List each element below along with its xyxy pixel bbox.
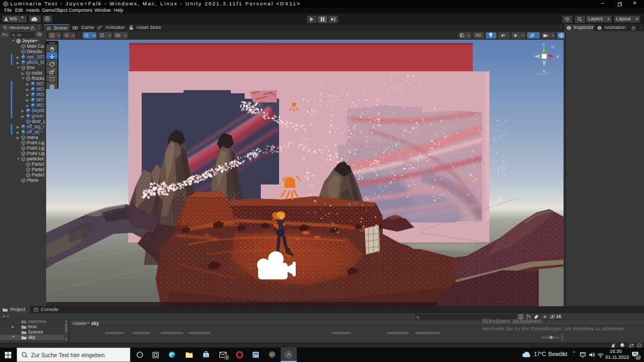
svg-text:X: X <box>557 54 559 59</box>
svg-text:◂ Back: ◂ Back <box>536 70 552 76</box>
svg-text:Y: Y <box>542 42 545 47</box>
